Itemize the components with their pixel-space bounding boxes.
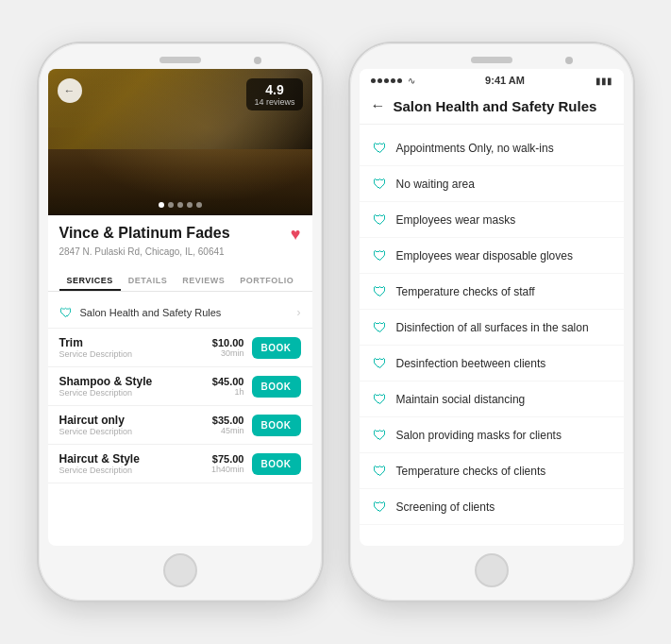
service-duration-haircut-style: 1h40min — [211, 465, 244, 474]
speaker-2 — [471, 57, 512, 63]
signal-dot-1 — [371, 78, 376, 83]
camera-2 — [565, 57, 573, 64]
service-price-col-haircut-style: $75.00 1h40min — [211, 453, 244, 474]
signal-dot-2 — [377, 78, 382, 83]
service-info-haircut: Haircut only Service Description — [59, 414, 212, 436]
service-price-col-haircut: $35.00 45min — [212, 415, 244, 435]
service-name-haircut-style: Haircut & Style — [59, 452, 211, 466]
dot-3 — [177, 202, 183, 208]
rules-header: ← Salon Health and Safety Rules — [360, 90, 624, 125]
tab-portfolio[interactable]: PORTFOLIO — [232, 270, 301, 291]
service-name-trim: Trim — [59, 336, 212, 349]
rule-item-8: 🛡 Maintain social distancing — [360, 381, 624, 417]
phone-top-bar-2 — [360, 57, 624, 63]
rating-badge: 4.9 14 reviews — [246, 78, 302, 110]
service-price-haircut: $35.00 — [212, 415, 244, 426]
service-price-haircut-style: $75.00 — [211, 453, 244, 465]
rule-text-3: Employees wear masks — [396, 213, 516, 227]
service-duration-shampoo: 1h — [212, 387, 244, 397]
rules-list: 🛡 Appointments Only, no walk-ins 🛡 No wa… — [360, 125, 624, 546]
service-desc-haircut-style: Service Description — [59, 466, 211, 475]
service-name-shampoo: Shampoo & Style — [59, 375, 212, 388]
service-name-haircut: Haircut only — [59, 414, 212, 427]
service-info-shampoo: Shampoo & Style Service Description — [59, 375, 212, 398]
rules-page-title: Salon Health and Safety Rules — [394, 98, 597, 114]
salon-photo: ← 4.9 14 reviews — [48, 69, 312, 215]
rule-item-2: 🛡 No waiting area — [360, 166, 624, 202]
wifi-icon: ∿ — [408, 76, 415, 86]
tab-reviews[interactable]: REVIEWS — [175, 270, 232, 291]
book-button-shampoo[interactable]: BOOK — [252, 376, 301, 398]
tab-services[interactable]: SERVICES — [59, 270, 121, 291]
service-info-trim: Trim Service Description — [59, 336, 212, 359]
rule-text-8: Maintain social distancing — [396, 393, 526, 406]
rule-text-7: Desinfection beetween clients — [396, 357, 546, 370]
services-list: 🛡 Salon Health and Safety Rules › Trim S… — [48, 292, 312, 546]
dot-5 — [196, 202, 202, 208]
salon-title-row: Vince & Platinum Fades ♥ — [59, 225, 301, 245]
service-item-trim: Trim Service Description $10.00 30min BO… — [48, 329, 312, 367]
tab-details[interactable]: DETAILS — [121, 270, 175, 291]
service-item-haircut: Haircut only Service Description $35.00 … — [48, 406, 312, 445]
tabs-row: SERVICES DETAILS REVIEWS PORTFOLIO — [48, 270, 312, 292]
rule-item-9: 🛡 Salon providing masks for clients — [360, 417, 624, 453]
rule-text-1: Appointments Only, no walk-ins — [396, 142, 554, 155]
rating-reviews: 14 reviews — [254, 97, 294, 107]
service-desc-haircut: Service Description — [59, 427, 212, 436]
back-button-1[interactable]: ← — [58, 78, 82, 103]
rule-text-6: Disinfection of all surfaces in the salo… — [396, 321, 589, 334]
service-duration-haircut: 45min — [212, 426, 244, 435]
rule-text-5: Temperature checks of staff — [396, 285, 535, 298]
chevron-right-icon: › — [297, 306, 301, 319]
signal-dots: ∿ — [371, 76, 415, 86]
health-safety-label: Salon Health and Safety Rules — [80, 307, 297, 318]
rule-shield-icon-10: 🛡 — [373, 463, 387, 479]
service-price-col-shampoo: $45.00 1h — [212, 376, 244, 397]
home-button-1[interactable] — [163, 553, 197, 587]
rule-shield-icon-8: 🛡 — [373, 391, 387, 407]
salon-info: Vince & Platinum Fades ♥ 2847 N. Pulaski… — [48, 215, 312, 263]
service-desc-trim: Service Description — [59, 349, 212, 359]
dot-2 — [168, 202, 174, 208]
photo-dots — [48, 202, 312, 208]
phone-2: ∿ 9:41 AM ▮▮▮ ← Salon Health and Safety … — [350, 43, 633, 601]
rule-item-10: 🛡 Temperature checks of clients — [360, 453, 624, 489]
camera-1 — [254, 57, 261, 64]
rule-shield-icon-1: 🛡 — [373, 140, 387, 156]
rule-item-11: 🛡 Screening of clients — [360, 489, 624, 525]
phone-top-bar-1 — [48, 57, 312, 63]
rule-text-9: Salon providing masks for clients — [396, 429, 562, 442]
rule-shield-icon-2: 🛡 — [373, 176, 387, 192]
heart-icon[interactable]: ♥ — [291, 225, 301, 245]
dot-4 — [187, 202, 193, 208]
book-button-trim[interactable]: BOOK — [252, 337, 301, 359]
signal-dot-5 — [397, 78, 402, 83]
rule-text-4: Employees wear disposable gloves — [396, 249, 573, 263]
service-price-col-trim: $10.00 30min — [212, 337, 244, 358]
rule-item-3: 🛡 Employees wear masks — [360, 202, 624, 238]
signal-dot-4 — [391, 78, 395, 83]
rule-shield-icon-9: 🛡 — [373, 427, 387, 443]
rule-text-11: Screening of clients — [396, 500, 495, 514]
rule-shield-icon-7: 🛡 — [373, 355, 387, 371]
home-button-2[interactable] — [475, 553, 509, 587]
back-arrow-icon[interactable]: ← — [371, 97, 386, 114]
health-safety-row[interactable]: 🛡 Salon Health and Safety Rules › — [48, 297, 312, 329]
salon-name: Vince & Platinum Fades — [59, 225, 283, 242]
salon-address: 2847 N. Pulaski Rd, Chicago, IL, 60641 — [59, 246, 301, 257]
rule-shield-icon-11: 🛡 — [373, 499, 387, 515]
rule-item-1: 🛡 Appointments Only, no walk-ins — [360, 130, 624, 166]
rule-item-6: 🛡 Disinfection of all surfaces in the sa… — [360, 310, 624, 346]
service-duration-trim: 30min — [212, 348, 244, 358]
signal-dot-3 — [384, 78, 389, 83]
rule-text-10: Temperature checks of clients — [396, 465, 546, 478]
rule-item-5: 🛡 Temperature checks of staff — [360, 274, 624, 310]
speaker-1 — [159, 57, 201, 63]
scene: ← 4.9 14 reviews Vince & Platinum Fades — [20, 25, 652, 619]
screen-1: ← 4.9 14 reviews Vince & Platinum Fades — [48, 69, 312, 546]
book-button-haircut[interactable]: BOOK — [252, 415, 301, 436]
book-button-haircut-style[interactable]: BOOK — [252, 453, 301, 475]
screen-2: ∿ 9:41 AM ▮▮▮ ← Salon Health and Safety … — [360, 69, 624, 546]
dot-1 — [159, 202, 164, 208]
rule-shield-icon-6: 🛡 — [373, 319, 387, 335]
